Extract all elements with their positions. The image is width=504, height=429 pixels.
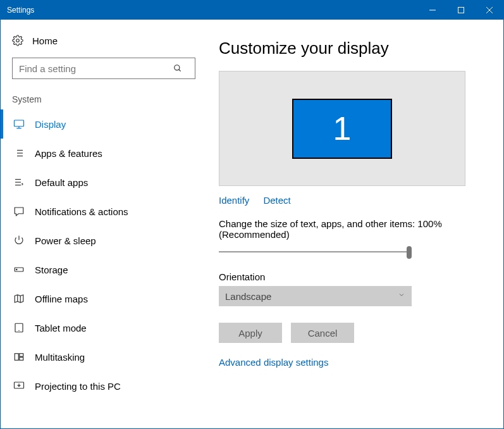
notification-icon [12, 206, 26, 217]
search-box[interactable] [12, 58, 195, 79]
nav-tablet[interactable]: Tablet mode [1, 313, 203, 342]
maximize-button[interactable] [446, 1, 475, 20]
svg-marker-22 [15, 295, 23, 302]
nav-label: Display [35, 119, 66, 130]
svg-point-5 [175, 65, 180, 70]
category-label: System [1, 90, 203, 109]
storage-icon [12, 264, 26, 275]
button-row: Apply Cancel [219, 323, 484, 343]
window-title: Settings [1, 6, 418, 15]
nav-list: Display Apps & features Default apps Not… [1, 109, 203, 401]
svg-rect-27 [15, 354, 18, 361]
display-links: Identify Detect [219, 195, 484, 206]
slider-track [219, 251, 412, 252]
nav-notifications[interactable]: Notifications & actions [1, 197, 203, 226]
apply-button[interactable]: Apply [219, 323, 282, 343]
monitor-1[interactable]: 1 [292, 99, 392, 159]
window-controls [418, 1, 503, 20]
power-icon [12, 235, 26, 246]
minimize-icon [429, 7, 436, 13]
multitasking-icon [12, 351, 26, 363]
nav-label: Power & sleep [35, 235, 96, 246]
main-panel: Customize your display 1 Identify Detect… [203, 20, 503, 428]
nav-display[interactable]: Display [1, 109, 203, 139]
page-heading: Customize your display [219, 39, 484, 58]
search-input[interactable] [13, 63, 173, 74]
projecting-icon [12, 380, 26, 392]
gear-icon [12, 35, 23, 46]
monitor-preview-area[interactable]: 1 [219, 71, 465, 186]
nav-maps[interactable]: Offline maps [1, 284, 203, 313]
sidebar: Home System Display Apps & [1, 20, 203, 428]
scaling-slider[interactable] [219, 245, 412, 260]
svg-rect-28 [20, 354, 23, 357]
identify-link[interactable]: Identify [219, 195, 249, 206]
search-container [12, 58, 192, 79]
close-button[interactable] [475, 1, 503, 20]
home-label: Home [32, 35, 58, 46]
nav-label: Default apps [35, 177, 88, 188]
nav-label: Multitasking [35, 352, 85, 363]
nav-label: Notifications & actions [35, 206, 128, 217]
svg-point-21 [16, 269, 18, 270]
scaling-label: Change the size of text, apps, and other… [219, 218, 484, 240]
orientation-label: Orientation [219, 271, 484, 282]
slider-thumb[interactable] [407, 246, 412, 259]
home-link[interactable]: Home [1, 31, 203, 58]
cancel-button[interactable]: Cancel [291, 323, 354, 343]
close-icon [486, 7, 493, 13]
advanced-display-link[interactable]: Advanced display settings [219, 357, 484, 368]
nav-label: Tablet mode [35, 323, 87, 333]
nav-label: Storage [35, 264, 68, 275]
nav-projecting[interactable]: Projecting to this PC [1, 371, 203, 401]
search-icon [173, 64, 195, 73]
nav-label: Offline maps [35, 294, 88, 304]
nav-label: Apps & features [35, 148, 102, 159]
orientation-select[interactable]: Landscape [219, 286, 412, 306]
content: Home System Display Apps & [1, 20, 503, 428]
chevron-down-icon [398, 291, 405, 299]
svg-rect-7 [15, 120, 24, 127]
svg-point-4 [16, 39, 20, 42]
title-bar: Settings [1, 1, 503, 20]
default-apps-icon [12, 177, 26, 188]
minimize-button[interactable] [418, 1, 446, 20]
svg-line-6 [179, 70, 181, 72]
list-icon [12, 147, 26, 159]
maximize-icon [458, 7, 464, 13]
map-icon [12, 293, 26, 304]
nav-apps[interactable]: Apps & features [1, 139, 203, 168]
nav-storage[interactable]: Storage [1, 255, 203, 284]
nav-multitasking[interactable]: Multitasking [1, 342, 203, 371]
nav-default-apps[interactable]: Default apps [1, 168, 203, 197]
nav-label: Projecting to this PC [35, 381, 121, 392]
monitor-icon [12, 118, 26, 130]
svg-rect-1 [458, 8, 464, 13]
detect-link[interactable]: Detect [263, 195, 290, 206]
orientation-value: Landscape [225, 291, 271, 302]
svg-rect-29 [20, 358, 23, 361]
nav-power[interactable]: Power & sleep [1, 226, 203, 255]
tablet-icon [12, 322, 26, 333]
